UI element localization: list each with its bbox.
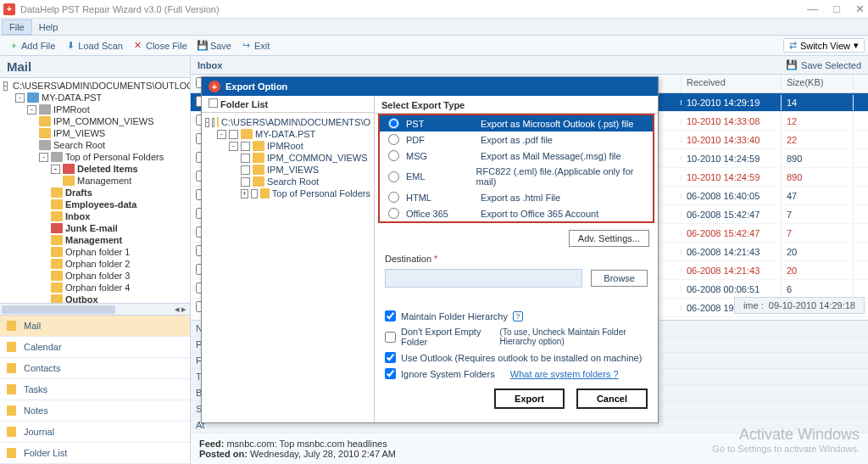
- save-selected-button[interactable]: 💾Save Selected: [786, 59, 861, 70]
- checkbox-icon[interactable]: [209, 98, 218, 108]
- export-types: PSTExport as Microsoft Outlook (.pst) fi…: [378, 114, 654, 223]
- tree-item[interactable]: Inbox: [0, 210, 190, 222]
- tree-item[interactable]: IPM_VIEWS: [0, 127, 190, 139]
- minimize-icon[interactable]: —: [807, 3, 818, 15]
- tree-item[interactable]: Management: [0, 175, 190, 187]
- dialog-titlebar[interactable]: + Export Option: [202, 77, 658, 96]
- toggle-icon[interactable]: -: [217, 130, 226, 139]
- tree-item[interactable]: Employees-data: [0, 198, 190, 210]
- checkbox-icon[interactable]: [241, 165, 250, 175]
- tree-item[interactable]: Junk E-mail: [0, 222, 190, 234]
- menu-file[interactable]: File: [2, 20, 32, 35]
- folder-icon: [51, 259, 63, 269]
- close-icon[interactable]: ✕: [855, 3, 865, 15]
- cancel-button[interactable]: Cancel: [576, 389, 648, 409]
- tree-item[interactable]: IPM_COMMON_VIEWS: [0, 115, 190, 127]
- toggle-icon[interactable]: -: [15, 93, 25, 103]
- folder-icon: [253, 153, 264, 163]
- folder-icon: [51, 294, 63, 303]
- tree-item[interactable]: Orphan folder 1: [0, 246, 190, 258]
- opt-ignore-system[interactable]: Ignore System Folders What are system fo…: [375, 366, 658, 382]
- checkbox-icon[interactable]: [241, 154, 250, 163]
- horizontal-scrollbar[interactable]: ◂▸: [0, 303, 190, 315]
- toggle-icon[interactable]: -: [39, 153, 48, 162]
- toggle-icon[interactable]: -: [51, 165, 60, 174]
- col-received[interactable]: Received: [682, 75, 782, 92]
- help-icon[interactable]: ?: [513, 311, 523, 321]
- load-scan-button[interactable]: ⬇Load Scan: [60, 39, 128, 53]
- destination-input[interactable]: [385, 269, 582, 288]
- toggle-icon[interactable]: +: [241, 189, 248, 198]
- tree-item[interactable]: Search Root: [0, 139, 190, 151]
- folder-icon: [51, 199, 63, 210]
- dialog-folder-tree[interactable]: -C:\USERS\ADMIN\DOCUMENTS\O-MY-DATA.PST-…: [202, 113, 374, 203]
- folder-icon: [63, 164, 75, 174]
- nav-folder-list[interactable]: Folder List: [0, 443, 190, 464]
- dlg-tree-item[interactable]: IPM_COMMON_VIEWS: [205, 152, 370, 164]
- dlg-tree-item[interactable]: -C:\USERS\ADMIN\DOCUMENTS\O: [205, 116, 370, 128]
- chevron-down-icon: ▾: [854, 40, 859, 51]
- tree-item[interactable]: Management: [0, 234, 190, 246]
- browse-button[interactable]: Browse: [591, 270, 648, 287]
- adv-settings-button[interactable]: Adv. Settings...: [569, 230, 649, 247]
- nav-notes[interactable]: Notes: [0, 400, 190, 422]
- export-type-msg[interactable]: MSGExport as Mail Message(.msg) file: [380, 148, 653, 164]
- tree-item[interactable]: -MY-DATA.PST: [0, 92, 190, 103]
- dlg-tree-item[interactable]: IPM_VIEWS: [205, 164, 370, 176]
- toggle-icon[interactable]: -: [205, 118, 209, 127]
- nav-journal[interactable]: Journal: [0, 422, 190, 443]
- nav-icon: [7, 447, 19, 459]
- tree-item[interactable]: -Top of Personal Folders: [0, 151, 190, 163]
- toolbar: ＋Add File ⬇Load Scan ✕Close File 💾Save ↪…: [0, 36, 868, 56]
- col-size[interactable]: Size(KB): [782, 75, 854, 92]
- posted-value: Wednesday, July 28, 2010 2:47 AM: [250, 449, 396, 459]
- nav-icon: [7, 320, 19, 332]
- tree-item[interactable]: Orphan folder 4: [0, 282, 190, 293]
- nav-icon: [7, 362, 19, 374]
- nav-mail[interactable]: Mail: [0, 316, 190, 337]
- export-type-eml[interactable]: EMLRFC822 (.eml) file.(Applicable only f…: [380, 164, 653, 189]
- switch-view-button[interactable]: ⇄Switch View▾: [783, 38, 865, 53]
- dlg-tree-item[interactable]: -IPMRoot: [205, 140, 370, 152]
- checkbox-icon[interactable]: [212, 118, 214, 127]
- toggle-icon[interactable]: -: [229, 142, 238, 151]
- toggle-icon[interactable]: -: [27, 105, 36, 115]
- tree-item[interactable]: -C:\USERS\ADMIN\DOCUMENTS\OUTLOOK F: [0, 80, 190, 92]
- folder-tree[interactable]: -C:\USERS\ADMIN\DOCUMENTS\OUTLOOK F-MY-D…: [0, 78, 190, 303]
- export-type-html[interactable]: HTMLExport as .html File: [380, 189, 653, 205]
- tree-item[interactable]: -Deleted Items: [0, 163, 190, 175]
- save-button[interactable]: 💾Save: [192, 39, 236, 53]
- checkbox-icon[interactable]: [241, 177, 250, 187]
- exit-button[interactable]: ↪Exit: [236, 39, 275, 53]
- nav-calendar[interactable]: Calendar: [0, 337, 190, 358]
- tree-item[interactable]: Orphan folder 3: [0, 270, 190, 282]
- checkbox-icon[interactable]: [251, 189, 259, 198]
- export-type-pdf[interactable]: PDFExport as .pdf file: [380, 131, 653, 148]
- tree-item[interactable]: Outbox: [0, 293, 190, 303]
- system-folders-link[interactable]: What are system folders ?: [510, 369, 619, 379]
- opt-maintain-hierarchy[interactable]: Maintain Folder Hierarchy?: [375, 308, 658, 324]
- dlg-tree-item[interactable]: -MY-DATA.PST: [205, 128, 370, 140]
- export-button[interactable]: Export: [494, 389, 565, 409]
- menu-help[interactable]: Help: [32, 20, 65, 34]
- export-type-pst[interactable]: PSTExport as Microsoft Outlook (.pst) fi…: [380, 115, 653, 131]
- nav-tasks[interactable]: Tasks: [0, 379, 190, 400]
- maximize-icon[interactable]: □: [833, 3, 840, 15]
- nav-contacts[interactable]: Contacts: [0, 358, 190, 379]
- dlg-tree-item[interactable]: Search Root: [205, 176, 370, 187]
- add-file-button[interactable]: ＋Add File: [3, 39, 60, 53]
- tree-item[interactable]: -IPMRoot: [0, 103, 190, 115]
- dlg-tree-item[interactable]: +Top of Personal Folders: [205, 187, 370, 199]
- checkbox-icon[interactable]: [229, 130, 238, 139]
- opt-use-outlook[interactable]: Use Outlook (Requires outlook to be inst…: [375, 349, 658, 366]
- folder-list-header: Folder List: [202, 96, 374, 113]
- folder-icon: [51, 247, 63, 257]
- close-file-button[interactable]: ✕Close File: [128, 39, 192, 53]
- tree-item[interactable]: Orphan folder 2: [0, 258, 190, 270]
- folder-icon: [217, 117, 219, 127]
- toggle-icon[interactable]: -: [3, 81, 8, 91]
- opt-dont-export-empty[interactable]: Don't Export Empty Folder (To use, Unche…: [375, 324, 658, 349]
- tree-item[interactable]: Drafts: [0, 187, 190, 198]
- checkbox-icon[interactable]: [241, 142, 250, 151]
- export-type-office-365[interactable]: Office 365Export to Office 365 Account: [380, 205, 653, 221]
